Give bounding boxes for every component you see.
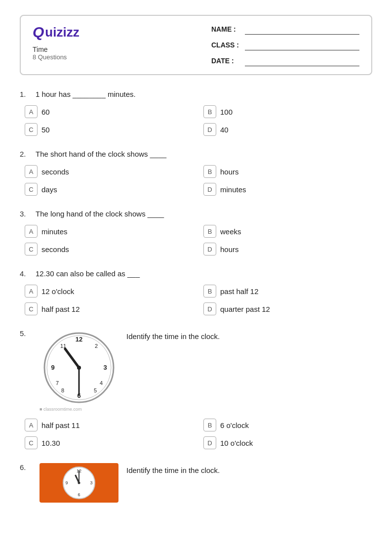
svg-text:8: 8	[61, 387, 64, 393]
option-5c-letter: C	[25, 436, 38, 449]
question-2-text: The short hand of the clock shows ____	[36, 150, 166, 158]
question-3-text: The long hand of the clock shows ____	[36, 210, 164, 218]
option-5b: B 6 o'clock	[203, 419, 372, 431]
option-4a-letter: A	[25, 285, 38, 298]
question-6: 6. 12 3 6 9 Identify the time in	[20, 463, 372, 503]
question-4-header: 4. 12.30 can also be called as ___	[20, 269, 372, 278]
question-3-options: A minutes B weeks C seconds D hours	[20, 225, 372, 256]
option-4b-text: past half 12	[220, 287, 259, 296]
option-3c: C seconds	[25, 243, 194, 256]
option-4b-letter: B	[203, 285, 216, 298]
option-2c-text: days	[41, 185, 57, 194]
svg-point-14	[77, 366, 81, 370]
question-5-text: Identify the time in the clock.	[126, 329, 220, 341]
svg-text:5: 5	[94, 387, 97, 393]
date-input[interactable]	[245, 55, 359, 66]
clock-svg: 12 3 6 9 2 4 5 11 7 8	[42, 331, 116, 405]
option-1b: B 100	[203, 105, 372, 118]
question-1-number: 1.	[20, 90, 32, 98]
question-1-header: 1. 1 hour has ________ minutes.	[20, 90, 372, 98]
question-5-options: A half past 11 B 6 o'clock C 10.30 D 10 …	[20, 419, 372, 449]
option-3d-text: hours	[220, 245, 239, 254]
question-6-header: 6. 12 3 6 9 Identify the time in	[20, 463, 372, 503]
question-2-options: A seconds B hours C days D minutes	[20, 165, 372, 196]
option-5d-text: 10 o'clock	[220, 439, 253, 447]
option-2a-text: seconds	[41, 168, 69, 176]
logo-area: Q uizizz Time 8 Questions	[33, 24, 79, 61]
question-5: 5. 12 3 6 9 2 4 5 11 7 8	[20, 329, 372, 449]
option-2a: A seconds	[25, 165, 194, 178]
question-2-header: 2. The short hand of the clock shows ___…	[20, 150, 372, 158]
svg-text:6: 6	[78, 492, 80, 497]
option-5c: C 10.30	[25, 436, 194, 449]
question-4: 4. 12.30 can also be called as ___ A 12 …	[20, 269, 372, 315]
option-5a-letter: A	[25, 419, 38, 431]
option-4d-text: quarter past 12	[220, 305, 270, 313]
orange-clock-svg: 12 3 6 9	[62, 466, 96, 500]
option-5b-text: 6 o'clock	[220, 421, 249, 429]
question-3-number: 3.	[20, 210, 32, 218]
option-3c-letter: C	[25, 243, 38, 256]
option-4d-letter: D	[203, 302, 216, 315]
analog-clock-image: 12 3 6 9 2 4 5 11 7 8	[39, 329, 118, 406]
option-2d: D minutes	[203, 183, 372, 196]
option-1a-letter: A	[25, 105, 38, 118]
question-1-text: 1 hour has ________ minutes.	[36, 90, 136, 98]
date-field-row: DATE :	[211, 55, 359, 66]
option-3a: A minutes	[25, 225, 194, 238]
option-4c-text: half past 12	[41, 305, 80, 313]
option-5a: A half past 11	[25, 419, 194, 431]
logo-q: Q	[33, 24, 44, 41]
question-4-number: 4.	[20, 269, 32, 278]
question-1: 1. 1 hour has ________ minutes. A 60 B 1…	[20, 90, 372, 136]
option-2d-text: minutes	[220, 185, 246, 194]
svg-text:2: 2	[95, 343, 98, 349]
question-3: 3. The long hand of the clock shows ____…	[20, 210, 372, 256]
question-2-number: 2.	[20, 150, 32, 158]
option-1c-text: 50	[41, 126, 50, 134]
option-3d: D hours	[203, 243, 372, 256]
clock-watermark: ■ classroomtime.com	[39, 407, 118, 412]
option-1a: A 60	[25, 105, 194, 118]
option-1d-text: 40	[220, 126, 229, 134]
question-2: 2. The short hand of the clock shows ___…	[20, 150, 372, 196]
option-4b: B past half 12	[203, 285, 372, 298]
question-3-header: 3. The long hand of the clock shows ____	[20, 210, 372, 218]
svg-text:3: 3	[103, 364, 107, 371]
question-6-number: 6.	[20, 463, 32, 471]
option-3d-letter: D	[203, 243, 216, 256]
name-input[interactable]	[245, 24, 359, 35]
option-4a-text: 12 o'clock	[41, 287, 74, 296]
question-6-text: Identify the time in the clock.	[126, 463, 220, 474]
option-3c-text: seconds	[41, 245, 69, 254]
option-2b-letter: B	[203, 165, 216, 178]
option-1d-letter: D	[203, 123, 216, 136]
option-2c-letter: C	[25, 183, 38, 196]
question-6-image-block: 12 3 6 9	[39, 463, 118, 503]
option-5a-text: half past 11	[41, 421, 80, 429]
option-2a-letter: A	[25, 165, 38, 178]
option-3b-letter: B	[203, 225, 216, 238]
option-2b-text: hours	[220, 168, 239, 176]
svg-point-22	[78, 482, 80, 484]
option-2b: B hours	[203, 165, 372, 178]
logo-text: uizizz	[45, 25, 79, 40]
name-field-row: NAME :	[211, 24, 359, 35]
option-1b-letter: B	[203, 105, 216, 118]
option-3b: B weeks	[203, 225, 372, 238]
class-input[interactable]	[245, 40, 359, 50]
svg-text:9: 9	[65, 480, 68, 485]
option-3a-text: minutes	[41, 227, 68, 236]
orange-clock-image: 12 3 6 9	[39, 463, 118, 503]
question-1-options: A 60 B 100 C 50 D 40	[20, 105, 372, 136]
option-4d: D quarter past 12	[203, 302, 372, 315]
option-4c: C half past 12	[25, 302, 194, 315]
option-4c-letter: C	[25, 302, 38, 315]
option-1d: D 40	[203, 123, 372, 136]
option-1c: C 50	[25, 123, 194, 136]
option-5d-letter: D	[203, 436, 216, 449]
question-5-number: 5.	[20, 329, 32, 338]
option-1c-letter: C	[25, 123, 38, 136]
question-5-header: 5. 12 3 6 9 2 4 5 11 7 8	[20, 329, 372, 412]
question-4-text: 12.30 can also be called as ___	[36, 269, 140, 278]
